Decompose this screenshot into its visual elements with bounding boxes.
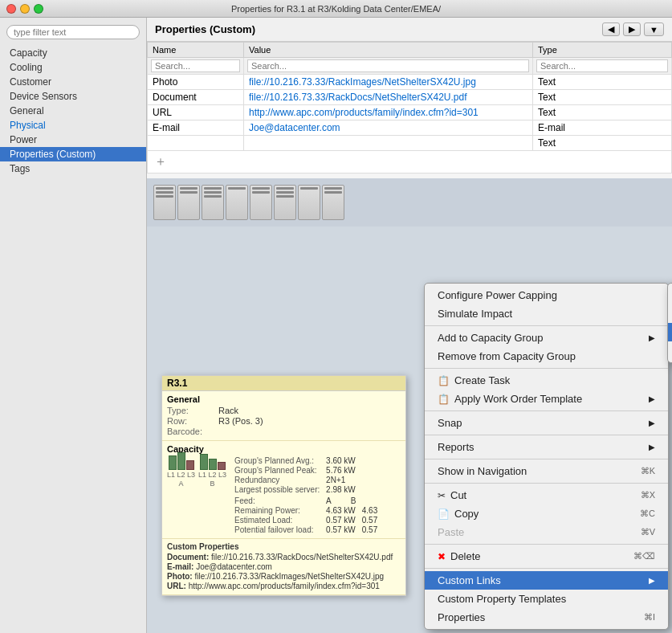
row-value: file://10.216.73.33/RackDocs/NetShelterS… <box>244 90 533 105</box>
table-row[interactable]: E-mail Joe@datacenter.com E-mail <box>148 120 672 136</box>
row-name <box>148 136 244 151</box>
properties-table-container: Name Value Type Photo file://10.216.73.3… <box>147 42 672 174</box>
capacity-stats: Group's Planned Avg.:3.60 kW Group's Pla… <box>234 455 377 535</box>
rack-unit <box>202 185 224 220</box>
ctx-custom-links[interactable]: Custom Links ▶ <box>425 571 668 590</box>
ctx-copy[interactable]: 📄Copy ⌘C <box>425 504 668 523</box>
ctx-separator-5 <box>425 459 668 459</box>
row-value <box>244 136 533 151</box>
ctx-custom-property-templates[interactable]: Custom Property Templates <box>425 590 668 608</box>
ctx-separator-4 <box>425 435 668 435</box>
ctx-create-task[interactable]: 📋Create Task <box>425 371 668 390</box>
rack-unit <box>322 185 344 220</box>
content-area: Properties (Custom) ◀ ▶ ▼ Name Value Typ… <box>147 18 672 633</box>
rack-unit <box>177 185 200 220</box>
row-type: Text <box>533 75 672 90</box>
properties-table: Name Value Type Photo file://10.216.73.3… <box>147 42 672 174</box>
sidebar-item-physical[interactable]: Physical <box>0 118 146 133</box>
sidebar-item-device-sensors[interactable]: Device Sensors <box>0 89 146 104</box>
tooltip-custom-props: Custom Properties Document: file://10.21… <box>162 539 405 595</box>
sidebar-item-general[interactable]: General <box>0 104 146 118</box>
row-type: Text <box>533 136 672 151</box>
arrow-icon: ▶ <box>649 443 655 451</box>
sidebar-item-capacity[interactable]: Capacity <box>0 46 146 60</box>
work-order-icon: 📋 <box>438 394 450 405</box>
copy-icon: 📄 <box>438 508 450 520</box>
tooltip-barcode-label: Barcode: <box>167 427 215 436</box>
task-icon: 📋 <box>438 375 450 386</box>
ctx-reports[interactable]: Reports ▶ <box>425 438 668 456</box>
delete-icon: ✖ <box>438 551 446 562</box>
ctx-configure-power[interactable]: Configure Power Capping <box>425 286 668 304</box>
filter-input[interactable] <box>6 25 140 39</box>
panel-title: Properties (Custom) <box>155 23 255 35</box>
ctx-separator-6 <box>425 483 668 484</box>
ctx-cut[interactable]: ✂Cut ⌘X <box>425 486 668 504</box>
title-bar: Properties for R3.1 at R3/Kolding Data C… <box>0 0 672 18</box>
row-name: URL <box>148 105 244 120</box>
main-window: Capacity Cooling Customer Device Sensors… <box>0 18 672 633</box>
sidebar-item-power[interactable]: Power <box>0 133 146 147</box>
add-property-row[interactable]: ＋ <box>148 151 672 174</box>
arrow-icon: ▶ <box>649 394 655 403</box>
row-name: E-mail <box>148 120 244 136</box>
window-title: Properties for R3.1 at R3/Kolding Data C… <box>231 4 441 14</box>
table-row[interactable]: Text <box>148 136 672 151</box>
submenu-item-photo[interactable]: Photo <box>668 341 672 360</box>
window-controls[interactable] <box>6 4 43 14</box>
sidebar-item-cooling[interactable]: Cooling <box>0 60 146 75</box>
ctx-snap[interactable]: Snap ▶ <box>425 414 668 432</box>
rack-unit <box>274 185 296 220</box>
table-row[interactable]: Document file://10.216.73.33/RackDocs/Ne… <box>148 90 672 105</box>
row-value: file://10.216.73.33/RackImages/NetShelte… <box>244 75 533 90</box>
submenu-item-document[interactable]: Document <box>668 286 672 304</box>
sidebar-item-customer[interactable]: Customer <box>0 75 146 89</box>
submenu-item-url[interactable]: URL <box>668 323 672 341</box>
tooltip-capacity-label: Capacity <box>167 444 401 454</box>
ctx-simulate-impact[interactable]: Simulate Impact <box>425 304 668 323</box>
action-button[interactable]: ▼ <box>644 22 664 36</box>
shortcut-label: ⌘K <box>641 466 655 476</box>
navigate-forward-button[interactable]: ▶ <box>623 22 641 36</box>
arrow-icon: ▶ <box>649 576 655 585</box>
arrow-icon: ▶ <box>649 333 655 342</box>
ctx-show-navigation[interactable]: Show in Navigation ⌘K <box>425 462 668 480</box>
ctx-separator-8 <box>425 568 668 569</box>
ctx-add-capacity[interactable]: Add to Capacity Group ▶ <box>425 329 668 347</box>
sidebar-item-tags[interactable]: Tags <box>0 161 146 176</box>
sidebar: Capacity Cooling Customer Device Sensors… <box>0 18 147 633</box>
ctx-apply-work-order[interactable]: 📋Apply Work Order Template ▶ <box>425 390 668 408</box>
rack-unit <box>226 185 248 220</box>
ctx-remove-capacity[interactable]: Remove from Capacity Group <box>425 347 668 366</box>
close-button[interactable] <box>6 4 16 14</box>
tooltip-type-label: Type: <box>167 406 215 415</box>
sidebar-item-properties-custom[interactable]: Properties (Custom) <box>0 147 146 161</box>
add-icon: ＋ <box>148 151 672 174</box>
search-row <box>148 58 672 75</box>
maximize-button[interactable] <box>34 4 43 14</box>
ctx-properties[interactable]: Properties ⌘I <box>425 608 668 627</box>
tooltip-type-value: Rack <box>218 406 238 415</box>
shortcut-label: ⌘I <box>644 612 655 623</box>
shortcut-label: ⌘C <box>640 508 655 519</box>
submenu-item-email[interactable]: E-mail <box>668 304 672 323</box>
minimize-button[interactable] <box>20 4 30 14</box>
tooltip-custom-props-label: Custom Properties <box>167 542 401 551</box>
rack-unit <box>298 185 320 220</box>
search-value[interactable] <box>247 59 529 72</box>
ctx-separator-1 <box>425 325 668 326</box>
ctx-delete[interactable]: ✖Delete ⌘⌫ <box>425 547 668 566</box>
search-name[interactable] <box>151 59 240 72</box>
ctx-separator-7 <box>425 544 668 545</box>
table-row[interactable]: URL http://www.apc.com/products/family/i… <box>148 105 672 120</box>
shortcut-label: ⌘X <box>641 490 655 500</box>
col-header-name: Name <box>148 43 244 58</box>
search-type[interactable] <box>536 59 668 72</box>
rack-unit <box>250 185 272 220</box>
row-name: Photo <box>148 75 244 90</box>
row-value: http://www.apc.com/products/family/index… <box>244 105 533 120</box>
navigate-back-button[interactable]: ◀ <box>602 22 620 36</box>
table-row[interactable]: Photo file://10.216.73.33/RackImages/Net… <box>148 75 672 90</box>
ctx-paste: Paste ⌘V <box>425 523 668 541</box>
content-header: Properties (Custom) ◀ ▶ ▼ <box>147 18 672 42</box>
